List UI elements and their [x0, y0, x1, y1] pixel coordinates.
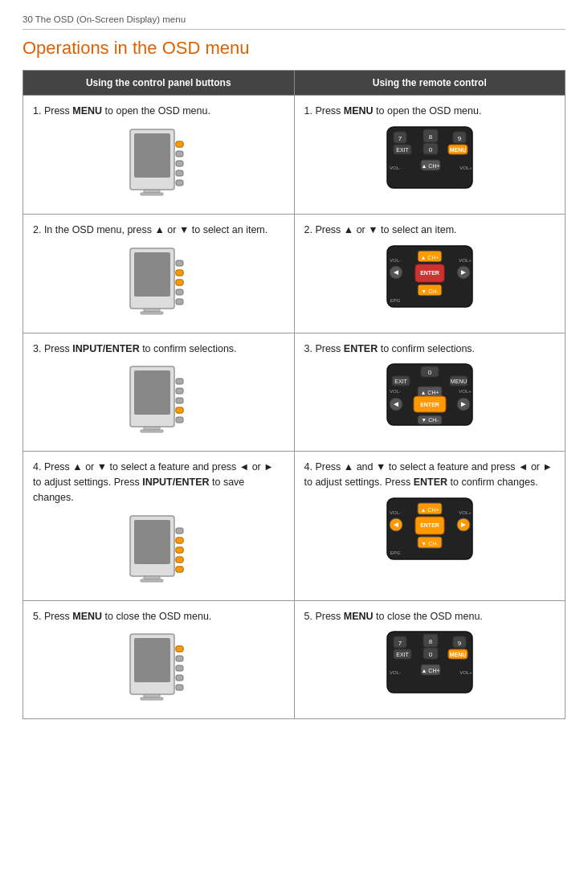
svg-rect-31 [176, 260, 183, 266]
row2-right-cell: 2. Press ▲ or ▼ to select an item. VOL- … [294, 214, 566, 333]
svg-rect-92 [176, 557, 183, 563]
table-row-5: 5. Press MENU to close the OSD menu. 5. … [23, 600, 566, 719]
svg-text:9: 9 [458, 640, 462, 647]
svg-rect-83 [144, 576, 160, 579]
row5-left-cell: 5. Press MENU to close the OSD menu. [23, 600, 295, 719]
row4-right-cell: 4. Press ▲ and ▼ to select a feature and… [294, 452, 566, 600]
svg-rect-55 [141, 430, 163, 432]
svg-rect-91 [176, 547, 183, 553]
svg-rect-61 [176, 407, 183, 413]
svg-rect-115 [176, 675, 183, 681]
svg-text:▲ CH+: ▲ CH+ [421, 668, 439, 673]
svg-text:▼ CH-: ▼ CH- [421, 541, 439, 546]
row1-right-cell: 1. Press MENU to open the OSD menu. 7 8 … [294, 96, 566, 215]
col2-header: Using the remote control [294, 71, 566, 96]
svg-text:0: 0 [429, 146, 433, 153]
svg-text:VOL+: VOL+ [459, 258, 472, 263]
row1-left-cell: 1. Press MENU to open the OSD menu. [23, 96, 295, 215]
row4-right-image: VOL- ▲ CH+ VOL+ ◄ ENTER ► ▼ CH- EPG [304, 497, 556, 561]
svg-rect-116 [176, 685, 183, 690]
row1-right-image: 7 8 9 0 EXIT MENU VOL- ▲ CH+ VOL+ [304, 125, 556, 190]
row5-right-text: 5. Press MENU to close the OSD menu. [304, 609, 556, 624]
svg-text:►: ► [459, 520, 468, 529]
svg-text:EPG: EPG [390, 298, 400, 303]
row4-left-image [33, 512, 284, 592]
svg-text:MENU: MENU [449, 652, 466, 657]
svg-text:ENTER: ENTER [420, 402, 439, 407]
svg-rect-8 [176, 180, 183, 186]
svg-rect-58 [176, 398, 183, 403]
svg-rect-7 [176, 170, 183, 176]
svg-rect-85 [176, 528, 183, 534]
page-title: Operations in the OSD menu [22, 38, 566, 59]
row3-right-text: 3. Press ENTER to confirm selections. [304, 342, 556, 357]
svg-rect-111 [141, 698, 163, 700]
svg-text:VOL-: VOL- [390, 510, 401, 515]
row4-right-text: 4. Press ▲ and ▼ to select a feature and… [304, 460, 556, 490]
svg-rect-90 [176, 538, 183, 543]
svg-rect-3 [141, 193, 163, 195]
svg-text:MENU: MENU [450, 378, 467, 384]
table-row-2: 2. In the OSD menu, press ▲ or ▼ to sele… [23, 214, 566, 333]
svg-text:▲ CH+: ▲ CH+ [420, 390, 439, 395]
table-row-3: 3. Press INPUT/ENTER to confirm selectio… [23, 333, 566, 452]
svg-text:►: ► [459, 399, 468, 408]
svg-text:◄: ◄ [392, 268, 400, 276]
svg-text:EPG: EPG [390, 550, 400, 555]
svg-text:7: 7 [398, 135, 402, 142]
row3-right-image: 0 EXIT MENU VOL- ▲ CH+ VOL+ ◄ ENTER ► ▼ … [304, 362, 556, 427]
svg-rect-57 [176, 388, 183, 394]
svg-text:▲ CH+: ▲ CH+ [420, 507, 439, 513]
row5-left-image [33, 630, 284, 710]
row5-left-text: 5. Press MENU to close the OSD menu. [33, 609, 284, 624]
svg-rect-110 [144, 694, 160, 698]
svg-text:VOL-: VOL- [390, 166, 401, 170]
row3-left-image [33, 362, 284, 443]
svg-rect-37 [176, 280, 183, 285]
svg-rect-56 [176, 378, 183, 384]
svg-text:EXIT: EXIT [396, 652, 409, 657]
row1-left-image [33, 125, 284, 206]
svg-rect-60 [176, 417, 183, 423]
svg-rect-54 [144, 427, 160, 430]
svg-rect-82 [134, 520, 170, 564]
svg-rect-113 [176, 656, 183, 661]
svg-rect-34 [176, 289, 183, 295]
row2-right-text: 2. Press ▲ or ▼ to select an item. [304, 223, 556, 238]
row3-left-cell: 3. Press INPUT/ENTER to confirm selectio… [23, 333, 295, 452]
svg-text:ENTER: ENTER [420, 270, 439, 276]
svg-text:VOL+: VOL+ [459, 389, 472, 394]
svg-rect-5 [176, 151, 183, 157]
row1-right-text: 1. Press MENU to open the OSD menu. [304, 104, 556, 119]
svg-rect-29 [144, 309, 160, 312]
row3-left-text: 3. Press INPUT/ENTER to confirm selectio… [33, 342, 284, 357]
svg-rect-114 [176, 665, 183, 671]
svg-rect-9 [176, 141, 183, 147]
svg-rect-28 [134, 252, 170, 297]
svg-rect-2 [144, 190, 160, 193]
row3-right-cell: 3. Press ENTER to confirm selections. 0 … [294, 333, 566, 452]
svg-text:0: 0 [429, 651, 433, 658]
svg-text:VOL+: VOL+ [459, 670, 472, 675]
svg-rect-117 [176, 646, 183, 652]
row5-right-cell: 5. Press MENU to close the OSD menu. 7 8… [294, 600, 566, 719]
svg-text:▲ CH+: ▲ CH+ [420, 255, 439, 260]
svg-text:VOL+: VOL+ [459, 510, 472, 515]
svg-text:VOL-: VOL- [390, 670, 401, 675]
svg-text:EXIT: EXIT [394, 378, 407, 384]
table-row-1: 1. Press MENU to open the OSD menu. 1. P… [23, 96, 566, 215]
svg-rect-35 [176, 299, 183, 305]
svg-rect-6 [176, 161, 183, 166]
page-header: 30 The OSD (On-Screen Display) menu [22, 14, 566, 30]
svg-text:VOL-: VOL- [390, 389, 401, 394]
svg-text:0: 0 [428, 369, 432, 376]
row4-left-cell: 4. Press ▲ or ▼ to select a feature and … [23, 452, 295, 600]
svg-text:▼ CH-: ▼ CH- [421, 288, 439, 294]
col1-header: Using the control panel buttons [23, 71, 295, 96]
row2-left-text: 2. In the OSD menu, press ▲ or ▼ to sele… [33, 223, 284, 238]
row1-left-text: 1. Press MENU to open the OSD menu. [33, 104, 284, 119]
svg-rect-84 [141, 579, 163, 582]
row5-right-image: 7 8 9 0 EXIT MENU VOL- ▲ CH+ VOL+ [304, 630, 556, 694]
row2-left-cell: 2. In the OSD menu, press ▲ or ▼ to sele… [23, 214, 295, 333]
svg-rect-1 [134, 133, 170, 178]
